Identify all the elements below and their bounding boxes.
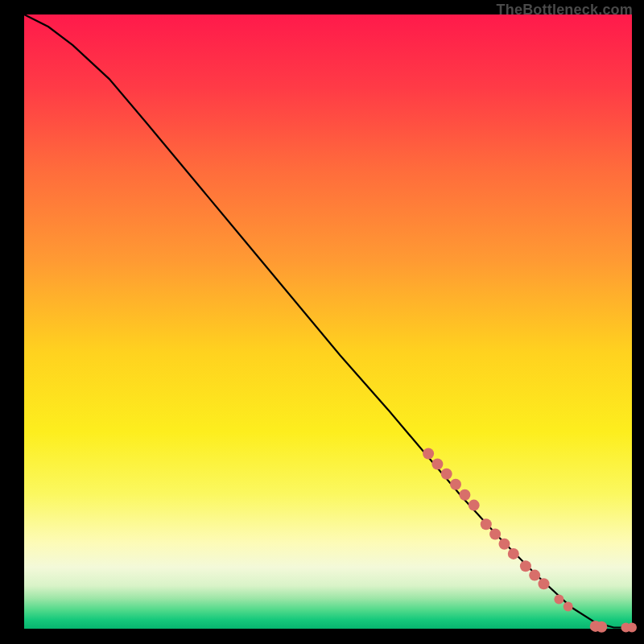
data-marker [564, 602, 573, 612]
data-marker [469, 500, 480, 511]
data-marker [520, 560, 531, 572]
data-marker [481, 518, 492, 530]
data-marker [554, 594, 564, 604]
chart-stage: TheBottleneck.com [0, 0, 644, 644]
data-marker [539, 578, 550, 589]
overlay-svg [24, 14, 632, 629]
plot-area [24, 14, 632, 629]
marker-group [423, 448, 637, 633]
data-marker [489, 529, 501, 540]
data-marker [459, 489, 470, 501]
data-marker [423, 448, 434, 460]
data-marker [596, 621, 607, 633]
data-marker [499, 539, 510, 550]
data-marker [431, 459, 443, 470]
data-marker [450, 479, 461, 490]
data-marker [529, 570, 540, 581]
data-marker [627, 623, 637, 633]
data-marker [508, 548, 519, 559]
curve-line [24, 14, 632, 628]
attribution-label: TheBottleneck.com [497, 2, 633, 19]
data-marker [441, 469, 452, 480]
